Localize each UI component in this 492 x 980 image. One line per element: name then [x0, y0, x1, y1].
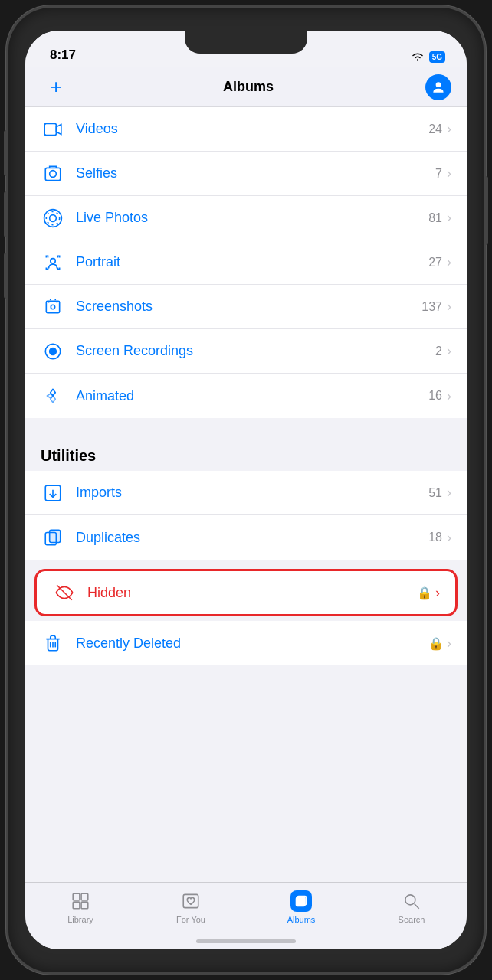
item-label: Duplicates — [76, 530, 428, 546]
item-count: 2 — [435, 345, 442, 358]
chevron-icon: › — [447, 210, 451, 226]
for-you-tab-icon — [180, 890, 202, 912]
list-item[interactable]: Selfies 7 › — [25, 152, 467, 196]
avatar-button[interactable] — [425, 74, 451, 100]
wifi-icon — [411, 52, 425, 62]
phone-frame: 8:17 5G + Albums — [8, 8, 484, 972]
tab-search[interactable]: Search — [356, 890, 467, 924]
duplicate-icon — [41, 525, 65, 550]
svg-point-26 — [405, 895, 415, 905]
hidden-section: Hidden 🔒 › — [25, 564, 467, 621]
chevron-icon: › — [447, 254, 451, 270]
list-item[interactable]: Live Photos 81 › — [25, 196, 467, 240]
list-item[interactable]: Imports 51 › — [25, 471, 467, 515]
screenrecord-icon — [41, 339, 65, 364]
item-count: 51 — [428, 486, 442, 500]
status-time: 8:17 — [47, 47, 76, 63]
media-types-section: Videos 24 › Selfies 7 › — [25, 107, 467, 418]
list-item[interactable]: Portrait 27 › — [25, 240, 467, 285]
person-icon — [431, 80, 446, 95]
list-item[interactable]: Screen Recordings 2 › — [25, 329, 467, 374]
item-count: 18 — [428, 531, 442, 544]
svg-point-7 — [51, 258, 56, 263]
selfie-icon — [41, 162, 65, 186]
svg-rect-20 — [81, 893, 88, 900]
screenshot-icon — [41, 295, 65, 319]
svg-point-5 — [46, 211, 59, 224]
chevron-icon: › — [447, 485, 451, 501]
tab-albums[interactable]: Albums — [246, 890, 356, 924]
tab-library[interactable]: Library — [25, 890, 136, 924]
item-label: Screen Recordings — [76, 343, 435, 359]
item-count: 7 — [435, 167, 442, 181]
svg-rect-19 — [73, 893, 80, 900]
hidden-list-item[interactable]: Hidden 🔒 › — [34, 569, 458, 616]
svg-rect-8 — [46, 301, 59, 312]
chevron-icon: › — [435, 585, 440, 601]
albums-tab-label: Albums — [287, 915, 316, 924]
notch — [185, 31, 307, 54]
list-item[interactable]: Videos 24 › — [25, 107, 467, 152]
utilities-header: Utilities — [25, 435, 467, 471]
svg-line-27 — [415, 904, 419, 909]
item-label: Portrait — [76, 254, 428, 270]
svg-point-11 — [50, 348, 57, 354]
item-label: Imports — [76, 485, 428, 501]
utilities-section: Utilities Imports 51 › — [25, 435, 467, 560]
screen: 8:17 5G + Albums — [25, 31, 467, 949]
list-item[interactable]: Recently Deleted 🔒 › — [25, 621, 467, 665]
item-label: Hidden — [87, 585, 417, 601]
svg-point-9 — [51, 305, 54, 309]
item-count: 137 — [421, 300, 442, 314]
content-area: Videos 24 › Selfies 7 › — [25, 107, 467, 882]
tab-for-you[interactable]: For You — [136, 890, 246, 924]
chevron-icon: › — [447, 299, 451, 315]
bottom-spacer — [25, 667, 467, 685]
item-label: Recently Deleted — [76, 635, 428, 652]
list-item[interactable]: Screenshots 137 › — [25, 285, 467, 329]
item-label: Screenshots — [76, 299, 421, 315]
recently-deleted-section: Recently Deleted 🔒 › — [25, 621, 467, 665]
import-icon — [41, 481, 65, 505]
item-count: 16 — [428, 389, 442, 403]
search-tab-label: Search — [399, 915, 425, 924]
section-spacer — [25, 420, 467, 435]
page-title: Albums — [223, 79, 274, 95]
chevron-icon: › — [447, 343, 451, 359]
item-count: 27 — [428, 256, 442, 270]
hidden-icon — [52, 580, 77, 605]
animated-icon — [41, 384, 65, 408]
item-label: Videos — [76, 121, 428, 137]
video-icon — [41, 117, 65, 142]
for-you-tab-label: For You — [176, 915, 205, 924]
status-icons: 5G — [411, 51, 445, 63]
svg-rect-14 — [50, 530, 61, 542]
list-item[interactable]: Animated 16 › — [25, 374, 467, 418]
lock-icon: 🔒 — [428, 636, 444, 651]
svg-rect-22 — [81, 902, 88, 909]
battery-badge: 5G — [429, 51, 445, 63]
chevron-icon: › — [447, 388, 451, 404]
svg-point-4 — [50, 214, 57, 221]
svg-point-3 — [50, 170, 57, 177]
item-count: 24 — [428, 122, 442, 136]
lock-icon: 🔒 — [417, 586, 432, 600]
chevron-icon: › — [447, 635, 451, 652]
add-button[interactable]: + — [41, 75, 71, 99]
svg-rect-25 — [297, 896, 307, 905]
chevron-icon: › — [447, 165, 451, 181]
svg-rect-23 — [183, 894, 198, 907]
library-tab-icon — [70, 890, 91, 912]
list-item[interactable]: Duplicates 18 › — [25, 515, 467, 560]
livephoto-icon — [41, 206, 65, 230]
svg-point-0 — [436, 82, 441, 87]
search-tab-icon — [401, 890, 422, 912]
svg-rect-1 — [44, 123, 56, 135]
item-label: Live Photos — [76, 210, 428, 226]
item-label: Selfies — [76, 165, 435, 181]
portrait-icon — [41, 250, 65, 275]
chevron-icon: › — [447, 121, 451, 137]
trash-icon — [41, 631, 65, 655]
chevron-icon: › — [447, 530, 451, 546]
item-count: 81 — [428, 211, 442, 225]
